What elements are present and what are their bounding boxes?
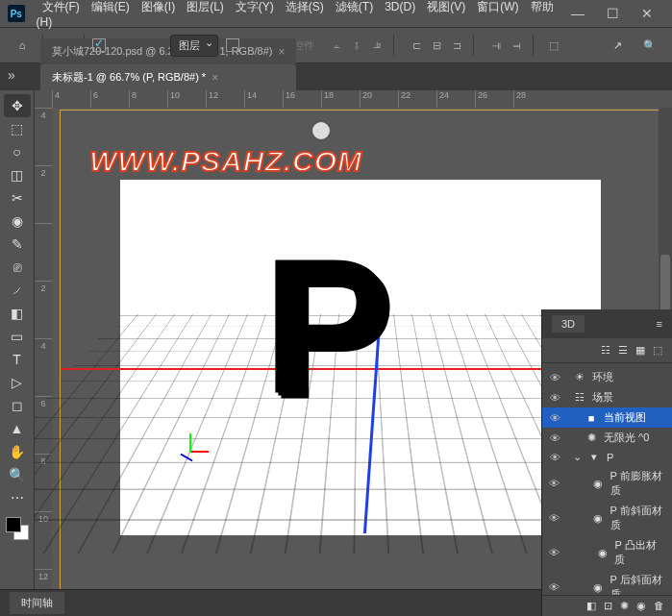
3d-mode-icon[interactable]: ⬚ — [541, 33, 566, 58]
watermark-psahz: WWW.PSAHZ.COM — [89, 145, 362, 178]
visibility-icon[interactable]: 👁 — [548, 547, 561, 558]
tool-17[interactable]: ⋯ — [4, 486, 31, 509]
3d-footer-btn-0[interactable]: ◧ — [586, 600, 596, 612]
transform-checkbox[interactable] — [226, 38, 239, 52]
panel-header[interactable]: 3D ≡ — [542, 309, 672, 338]
3d-filter-toolbar: ☷☰▦⬚ — [542, 338, 672, 363]
3d-filter-2[interactable]: ▦ — [635, 344, 645, 357]
auto-select-checkbox[interactable] — [92, 38, 106, 52]
menu-5[interactable]: 选择(S) — [280, 0, 330, 15]
visibility-icon[interactable]: 👁 — [548, 392, 561, 404]
tree-row-1[interactable]: 👁☷场景 — [542, 387, 672, 407]
expand-icon[interactable]: ⌄ — [573, 451, 582, 463]
tool-7[interactable]: ⎚ — [4, 256, 31, 279]
tool-3[interactable]: ◫ — [4, 163, 31, 186]
tool-13[interactable]: ◻ — [4, 394, 31, 417]
visibility-icon[interactable]: 👁 — [548, 412, 561, 424]
3d-filter-3[interactable]: ⬚ — [653, 344, 662, 357]
3d-footer-btn-3[interactable]: ◉ — [636, 600, 646, 612]
visibility-icon[interactable]: 👁 — [548, 512, 560, 524]
3d-footer-btn-4[interactable]: 🗑 — [654, 600, 664, 612]
tree-row-5[interactable]: 👁◉P 前膨胀材质 — [542, 466, 672, 501]
distribute-v-icon[interactable]: ⫤ — [508, 37, 525, 54]
menu-7[interactable]: 3D(D) — [379, 0, 421, 15]
target-dropdown[interactable]: 图层 — [170, 35, 218, 57]
visibility-icon[interactable]: 👁 — [548, 581, 560, 593]
share-icon[interactable]: ↗ — [605, 33, 630, 58]
tool-12[interactable]: ▷ — [4, 371, 31, 394]
menu-3[interactable]: 图层(L) — [181, 0, 230, 15]
align-left-icon[interactable]: ⊏ — [408, 37, 425, 54]
3d-filter-0[interactable]: ☷ — [601, 344, 610, 357]
tool-5[interactable]: ◉ — [4, 209, 31, 233]
tree-row-3[interactable]: 👁✺无限光 ^0 — [542, 428, 672, 448]
menu-2[interactable]: 图像(I) — [136, 0, 181, 15]
item-label: 当前视图 — [604, 410, 646, 425]
3d-footer-btn-2[interactable]: ✺ — [620, 600, 629, 612]
foreground-color[interactable] — [6, 517, 21, 532]
tree-row-6[interactable]: 👁◉P 前斜面材质 — [542, 501, 672, 535]
3d-sphere-widget[interactable] — [311, 120, 332, 141]
item-icon: ◉ — [596, 547, 610, 559]
tool-2[interactable]: ○ — [4, 140, 31, 163]
3d-panel-footer: ◧⊡✺◉🗑 — [542, 595, 672, 616]
tool-14[interactable]: ▲ — [4, 417, 31, 440]
tree-row-7[interactable]: 👁◉P 凸出材质 — [542, 535, 672, 570]
axis-gizmo[interactable] — [176, 437, 205, 466]
tool-11[interactable]: T — [4, 348, 31, 371]
align-right-icon[interactable]: ⊐ — [448, 37, 465, 54]
canvas-area: 46810121416182022242628 422468101214 WWW… — [35, 90, 672, 616]
3d-footer-btn-1[interactable]: ⊡ — [604, 600, 612, 612]
menu-4[interactable]: 文字(Y) — [230, 0, 280, 15]
tool-0[interactable]: ✥ — [4, 94, 31, 117]
workspace: ✥⬚○◫✂◉✎⎚⟋◧▭T▷◻▲✋🔍⋯ 468101214161820222426… — [0, 90, 672, 616]
align-bottom-icon[interactable]: ⫡ — [368, 37, 386, 54]
tool-10[interactable]: ▭ — [4, 325, 31, 348]
tree-row-0[interactable]: 👁☀环境 — [542, 367, 672, 387]
tab-close-icon[interactable]: × — [278, 45, 285, 59]
document-tab-0[interactable]: 莫小城720-120.psd @ 6.25% (图层 1, RGB/8#)× — [40, 38, 296, 64]
menu-9[interactable]: 窗口(W) — [471, 0, 524, 15]
close-button[interactable]: ✕ — [630, 0, 664, 27]
3d-letter-object[interactable]: P — [262, 245, 390, 408]
camera-widget[interactable]: ⊕ ↔ — [137, 399, 166, 414]
tree-row-2[interactable]: 👁■当前视图 — [542, 407, 672, 428]
menu-1[interactable]: 编辑(E) — [86, 0, 136, 15]
document-tab-1[interactable]: 未标题-1 @ 66.7% (P, RGB/8#) *× — [40, 64, 296, 90]
tool-1[interactable]: ⬚ — [4, 117, 31, 140]
search-icon[interactable]: 🔍 — [637, 33, 662, 58]
item-icon: ▾ — [587, 451, 601, 463]
horizontal-ruler[interactable]: 46810121416182022242628 — [52, 90, 672, 108]
minimize-button[interactable]: — — [560, 0, 595, 27]
ruler-origin[interactable] — [35, 90, 52, 108]
visibility-icon[interactable]: 👁 — [548, 372, 561, 383]
item-icon: ☷ — [573, 391, 586, 404]
expand-tabs-icon[interactable]: » — [8, 67, 15, 83]
panel-menu-icon[interactable]: ≡ — [657, 318, 662, 330]
tool-6[interactable]: ✎ — [4, 233, 31, 256]
item-label: 无限光 ^0 — [604, 431, 649, 445]
distribute-h-icon[interactable]: ⫣ — [487, 37, 505, 54]
tab-close-icon[interactable]: × — [212, 71, 218, 85]
tool-4[interactable]: ✂ — [4, 186, 31, 209]
maximize-button[interactable]: ☐ — [595, 0, 630, 27]
tool-9[interactable]: ◧ — [4, 302, 31, 325]
visibility-icon[interactable]: 👁 — [548, 432, 561, 444]
visibility-icon[interactable]: 👁 — [548, 452, 561, 463]
document-tabs: » 莫小城720-120.psd @ 6.25% (图层 1, RGB/8#)×… — [0, 63, 672, 90]
menu-8[interactable]: 视图(V) — [421, 0, 471, 15]
menu-6[interactable]: 滤镜(T) — [330, 0, 379, 15]
tool-16[interactable]: 🔍 — [4, 463, 31, 486]
timeline-tab[interactable]: 时间轴 — [10, 592, 64, 614]
align-hcenter-icon[interactable]: ⊟ — [428, 37, 445, 54]
align-top-icon[interactable]: ⫠ — [328, 37, 345, 54]
tree-row-4[interactable]: 👁⌄▾P — [542, 448, 672, 466]
home-icon[interactable]: ⌂ — [10, 33, 35, 58]
tool-15[interactable]: ✋ — [4, 440, 31, 463]
tool-8[interactable]: ⟋ — [4, 279, 31, 302]
item-icon: ◉ — [592, 512, 605, 525]
align-vcenter-icon[interactable]: ⫱ — [348, 37, 365, 54]
color-swatch[interactable] — [6, 517, 29, 540]
visibility-icon[interactable]: 👁 — [548, 478, 560, 489]
3d-filter-1[interactable]: ☰ — [618, 344, 628, 357]
